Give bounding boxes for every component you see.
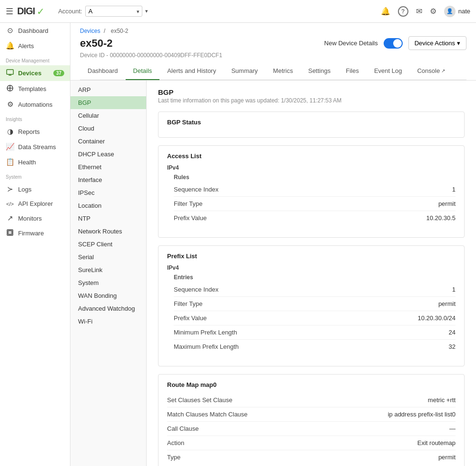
sidebar-label-devices: Devices (18, 70, 41, 77)
left-nav-wi-fi[interactable]: Wi-Fi (70, 315, 146, 328)
left-nav-bgp[interactable]: BGP (70, 96, 146, 109)
account-dropdown[interactable] (85, 6, 142, 17)
system-label: System (0, 170, 70, 182)
left-nav-serial[interactable]: Serial (70, 251, 146, 263)
help-icon[interactable]: ? (398, 6, 408, 17)
route-map-rows: Set Clauses Set Clause metric +rtt Match… (167, 393, 456, 464)
prefix-list-ipv4-label: IPv4 (167, 264, 456, 271)
left-nav-advanced-watchdog[interactable]: Advanced Watchdog (70, 302, 146, 315)
hamburger-icon[interactable]: ☰ (6, 6, 13, 17)
sidebar-item-logs[interactable]: ≻ Logs (0, 182, 70, 197)
prefix-list-row-3: Minimum Prefix Length 24 (174, 325, 456, 340)
insights-label: Insights (0, 112, 70, 124)
mail-icon[interactable]: ✉ (416, 7, 422, 16)
sidebar-item-data-streams[interactable]: 📈 Data Streams (0, 139, 70, 154)
device-management-label: Device Management (0, 53, 70, 65)
prefix-list-entries-section: Entries Sequence Index 1 Filter Type per… (167, 274, 456, 354)
left-nav-wan-bonding[interactable]: WAN Bonding (70, 289, 146, 302)
sidebar-item-health[interactable]: 📋 Health (0, 154, 70, 170)
sidebar-item-devices[interactable]: Devices 37 (0, 65, 70, 81)
left-nav-cellular[interactable]: Cellular (70, 109, 146, 122)
devices-badge: 37 (53, 70, 64, 76)
bell-icon[interactable]: 🔔 (381, 7, 390, 16)
tab-console[interactable]: Console ↗ (409, 62, 453, 80)
access-list-rows: Sequence Index 1 Filter Type permit Pref… (174, 182, 456, 225)
prefix-list-row-4: Maximum Prefix Length 32 (174, 340, 456, 354)
rules-label: Rules (174, 174, 456, 181)
bgp-status-title: BGP Status (167, 119, 456, 126)
sidebar-item-alerts[interactable]: 🔔 Alerts (0, 38, 70, 53)
left-nav-ethernet[interactable]: Ethernet (70, 161, 146, 173)
breadcrumb: Devices / ex50-2 (80, 28, 466, 34)
account-input[interactable] (85, 6, 142, 17)
prefix-list-value-2: 10.20.30.0/24 (417, 314, 456, 322)
left-nav-scep-client[interactable]: SCEP Client (70, 238, 146, 251)
left-nav-network-routes[interactable]: Network Routes (70, 225, 146, 238)
device-id: Device ID - 00000000-00000000-00409DFF-F… (80, 52, 466, 59)
page-title-actions: New Device Details Device Actions ▾ (324, 36, 466, 50)
page-title: ex50-2 (80, 37, 113, 50)
bgp-status-card: BGP Status (158, 111, 465, 138)
sidebar-item-monitors[interactable]: ↗ Monitors (0, 211, 70, 226)
logo-checkmark: ✓ (37, 6, 45, 17)
logo-digi: DIGI (17, 6, 35, 17)
sidebar-item-reports[interactable]: ◑ Reports (0, 124, 70, 139)
tab-alerts[interactable]: Alerts and History (159, 62, 224, 80)
left-nav-container[interactable]: Container (70, 135, 146, 148)
left-nav-system[interactable]: System (70, 276, 146, 289)
tab-files[interactable]: Files (338, 62, 366, 80)
sidebar-item-api-explorer[interactable]: </> API Explorer (0, 197, 70, 211)
left-nav-ipsec[interactable]: IPSec (70, 186, 146, 199)
tab-event-log[interactable]: Event Log (367, 62, 410, 80)
breadcrumb-devices[interactable]: Devices (80, 28, 100, 34)
toggle-track[interactable] (384, 38, 403, 49)
sidebar-item-dashboard[interactable]: ⊙ Dashboard (0, 23, 70, 38)
left-nav-dhcp-lease[interactable]: DHCP Lease (70, 148, 146, 161)
left-nav-ntp[interactable]: NTP (70, 212, 146, 225)
sidebar-item-templates[interactable]: Templates (0, 81, 70, 97)
monitors-icon: ↗ (6, 214, 14, 223)
alerts-icon: 🔔 (6, 41, 14, 50)
user-section[interactable]: 👤 nate (444, 6, 470, 17)
new-device-details-toggle[interactable] (384, 38, 403, 49)
tab-metrics[interactable]: Metrics (266, 62, 301, 80)
tab-details[interactable]: Details (126, 62, 160, 80)
sidebar-item-firmware[interactable]: Firmware (0, 226, 70, 241)
sidebar-label-reports: Reports (18, 128, 40, 135)
sidebar-label-firmware: Firmware (18, 230, 44, 237)
external-link-icon: ↗ (441, 68, 445, 73)
topnav: ☰ DIGI ✓ Account: ▾ 🔔 ? ✉ ⚙ 👤 nate (0, 0, 476, 23)
route-map-row-4: Type permit (167, 450, 456, 464)
prefix-list-label-2: Prefix Value (174, 314, 207, 322)
left-nav: ARP BGP Cellular Cloud Container DHCP Le… (70, 81, 147, 466)
bgp-last-updated: Last time information on this page was u… (158, 97, 465, 104)
access-list-card: Access List IPv4 Rules Sequence Index 1 (158, 145, 465, 238)
tab-settings[interactable]: Settings (300, 62, 338, 80)
sidebar-label-templates: Templates (18, 85, 46, 92)
left-nav-arp[interactable]: ARP (70, 83, 146, 96)
device-actions-label: Device Actions (415, 40, 455, 47)
left-nav-surelink[interactable]: SureLink (70, 263, 146, 276)
left-nav-interface[interactable]: Interface (70, 173, 146, 186)
page-header: Devices / ex50-2 ex50-2 New Device Detai… (70, 23, 476, 81)
prefix-list-label-3: Minimum Prefix Length (174, 329, 237, 336)
left-nav-cloud[interactable]: Cloud (70, 122, 146, 135)
sidebar-label-logs: Logs (18, 186, 31, 193)
tab-dashboard[interactable]: Dashboard (80, 62, 126, 80)
prefix-list-value-4: 32 (449, 343, 456, 350)
access-list-row-1: Filter Type permit (174, 197, 456, 211)
sidebar-label-health: Health (18, 159, 36, 166)
tab-summary[interactable]: Summary (224, 62, 266, 80)
account-dropdown-arrow[interactable]: ▾ (145, 8, 148, 14)
device-actions-button[interactable]: Device Actions ▾ (408, 36, 466, 50)
access-list-row-2: Prefix Value 10.20.30.5 (174, 211, 456, 225)
access-list-ipv4-section: IPv4 Rules Sequence Index 1 Filter (167, 164, 456, 225)
access-list-title: Access List (167, 152, 456, 160)
route-map-label-0: Set Clauses Set Clause (167, 396, 232, 404)
access-list-value-0: 1 (452, 186, 456, 193)
route-map-label-1: Match Clauses Match Clause (167, 411, 248, 418)
health-icon: 📋 (6, 158, 14, 166)
left-nav-location[interactable]: Location (70, 199, 146, 212)
settings-icon[interactable]: ⚙ (430, 7, 436, 16)
sidebar-item-automations[interactable]: ⚙ Automations (0, 97, 70, 112)
